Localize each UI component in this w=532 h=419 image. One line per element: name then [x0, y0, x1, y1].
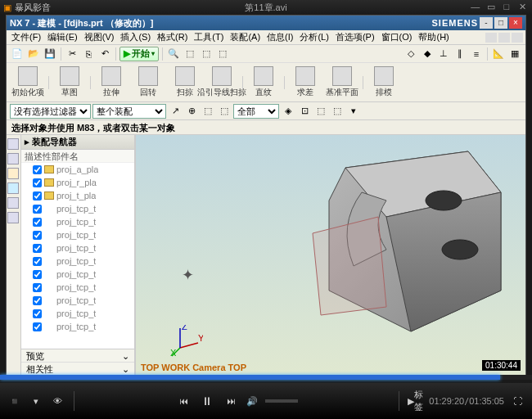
- tree-item[interactable]: proj_t_pla: [21, 189, 134, 202]
- sel-icon[interactable]: ▾: [346, 104, 361, 119]
- tree-item[interactable]: proj_tcp_t: [21, 241, 134, 255]
- next-button[interactable]: ⏭: [223, 393, 239, 409]
- tool-icon[interactable]: ⬚: [183, 47, 197, 61]
- filter-all-select[interactable]: 全部: [233, 104, 279, 119]
- tree-checkbox[interactable]: [33, 178, 42, 187]
- tree-checkbox[interactable]: [33, 205, 42, 214]
- undo-icon[interactable]: ↶: [97, 47, 112, 61]
- tree-checkbox[interactable]: [33, 231, 42, 240]
- tree-checkbox[interactable]: [33, 257, 42, 266]
- menu-item[interactable]: 分析(L): [296, 31, 331, 43]
- player-min-icon[interactable]: —: [470, 2, 481, 13]
- tree-item[interactable]: proj_tcp_t: [21, 215, 134, 228]
- view-icon[interactable]: ◇: [404, 47, 418, 61]
- rail-help-icon[interactable]: [7, 212, 19, 223]
- footer-preview[interactable]: 预览⌄: [21, 349, 134, 363]
- start-button[interactable]: ▶开始▾: [119, 47, 159, 61]
- menu-item[interactable]: 视图(V): [81, 31, 118, 43]
- open-file-icon[interactable]: 📂: [26, 47, 41, 61]
- tree-checkbox[interactable]: [33, 270, 42, 279]
- constraint-icon[interactable]: ≡: [469, 47, 484, 61]
- analysis-icon[interactable]: 📐: [491, 47, 506, 61]
- sel-icon[interactable]: ⬚: [313, 104, 328, 119]
- tree-item[interactable]: proj_a_pla: [21, 163, 134, 176]
- sel-icon[interactable]: ⊕: [184, 104, 199, 119]
- sel-icon[interactable]: ⬚: [330, 104, 345, 119]
- tree-checkbox[interactable]: [33, 191, 42, 200]
- menu-item[interactable]: 编辑(E): [44, 31, 81, 43]
- rail-part-icon[interactable]: [7, 153, 19, 164]
- tree-item[interactable]: proj_tcp_t: [21, 281, 134, 294]
- rail-roles-icon[interactable]: [7, 197, 19, 209]
- tree-checkbox[interactable]: [33, 322, 42, 331]
- command-finder-icon[interactable]: 🔍: [166, 47, 181, 61]
- constraint-icon[interactable]: ⊥: [436, 47, 451, 61]
- filter-scope-select[interactable]: 整个装配: [92, 104, 166, 119]
- tree-checkbox[interactable]: [33, 309, 42, 318]
- prev-button[interactable]: ⏮: [175, 393, 192, 409]
- feature-button[interactable]: 沿引导线扫掠: [204, 65, 240, 101]
- mesh-icon[interactable]: ▦: [507, 47, 522, 61]
- copy-icon[interactable]: ⎘: [81, 47, 96, 61]
- feature-button[interactable]: 求差: [287, 65, 323, 101]
- menu-item[interactable]: 格式(R): [154, 31, 191, 43]
- volume-icon[interactable]: 🔊: [244, 393, 260, 409]
- open-button[interactable]: ▾: [28, 393, 44, 409]
- menu-item[interactable]: 工具(T): [191, 31, 227, 43]
- tree-checkbox[interactable]: [33, 218, 42, 227]
- volume-slider[interactable]: [265, 399, 298, 403]
- menu-item[interactable]: 插入(S): [117, 31, 154, 43]
- tree-checkbox[interactable]: [33, 165, 42, 174]
- menu-item[interactable]: 首选项(P): [332, 31, 378, 43]
- stop-button[interactable]: ◾: [7, 393, 23, 409]
- navigator-column-header[interactable]: 描述性部件名: [21, 150, 134, 163]
- sel-icon[interactable]: ⊡: [297, 104, 312, 119]
- graphics-viewport[interactable]: Y X Z ✦ TOP WORK Camera TOP 01:30:44: [136, 135, 525, 376]
- feature-button[interactable]: 拉伸: [93, 65, 129, 101]
- show-button[interactable]: 👁: [49, 393, 65, 409]
- view-icon[interactable]: ◆: [420, 47, 435, 61]
- new-file-icon[interactable]: 📄: [10, 47, 25, 61]
- player-restore-icon[interactable]: ▭: [485, 2, 497, 13]
- player-max-icon[interactable]: □: [501, 2, 512, 13]
- tool-icon[interactable]: ⬚: [215, 47, 230, 61]
- menu-item[interactable]: 信息(I): [264, 31, 296, 43]
- tree-item[interactable]: proj_tcp_t: [21, 228, 134, 241]
- playback-progress-track[interactable]: [0, 375, 532, 380]
- feature-button[interactable]: 基准平面: [324, 65, 360, 101]
- footer-dependency[interactable]: 相关性⌄: [21, 363, 134, 376]
- sel-icon[interactable]: ⬚: [201, 104, 215, 119]
- nx-close-button[interactable]: ×: [509, 17, 522, 29]
- tree-checkbox[interactable]: [33, 296, 42, 305]
- nx-min-button[interactable]: -: [480, 17, 493, 29]
- cut-icon[interactable]: ✂: [65, 47, 79, 61]
- sel-icon[interactable]: ↗: [168, 104, 183, 119]
- tree-item[interactable]: proj_tcp_t: [21, 307, 134, 320]
- feature-button[interactable]: 回转: [130, 65, 166, 101]
- tree-item[interactable]: proj_tcp_t: [21, 255, 134, 268]
- sel-icon[interactable]: ⬚: [217, 104, 232, 119]
- doc-min-button[interactable]: [485, 33, 497, 43]
- rail-history-icon[interactable]: [7, 168, 19, 179]
- feature-button[interactable]: 排模: [366, 65, 402, 101]
- play-pause-button[interactable]: ⏸: [196, 390, 218, 412]
- feature-button[interactable]: 初始化项: [10, 65, 46, 101]
- constraint-icon[interactable]: ∥: [453, 47, 467, 61]
- tree-item[interactable]: proj_tcp_t: [21, 202, 134, 215]
- fullscreen-button[interactable]: ⛶: [509, 393, 525, 409]
- menu-item[interactable]: 文件(F): [8, 31, 44, 43]
- filter-type-select[interactable]: 没有选择过滤器: [10, 104, 91, 119]
- menu-item[interactable]: 窗口(O): [378, 31, 416, 43]
- tree-item[interactable]: proj_tcp_t: [21, 294, 134, 307]
- tree-item[interactable]: proj_tcp_t: [21, 268, 134, 281]
- tool-icon[interactable]: ⬚: [199, 47, 214, 61]
- tree-checkbox[interactable]: [33, 283, 42, 292]
- player-close-icon[interactable]: ✕: [516, 2, 528, 13]
- feature-button[interactable]: 草图: [52, 65, 88, 101]
- rail-navigator-icon[interactable]: [7, 138, 19, 150]
- tree-item[interactable]: proj_r_pla: [21, 176, 134, 189]
- tree-item[interactable]: proj_tcp_t: [21, 320, 134, 333]
- doc-max-button[interactable]: [498, 33, 510, 43]
- doc-close-button[interactable]: [512, 33, 523, 43]
- feature-button[interactable]: 直纹: [246, 65, 282, 101]
